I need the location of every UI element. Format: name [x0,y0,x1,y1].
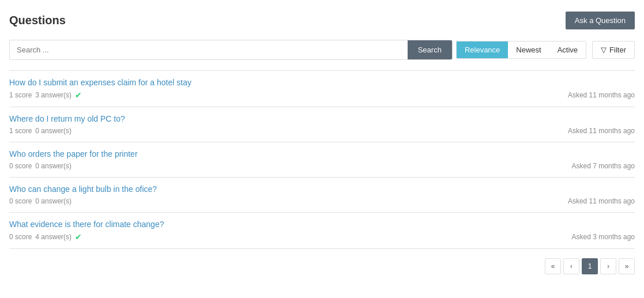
search-input[interactable] [10,40,408,59]
score-label: 0 score [9,197,32,205]
meta-left: 1 score 0 answer(s) [9,127,71,135]
last-page-button[interactable]: » [619,258,635,274]
search-wrapper: Search [9,40,453,60]
answers-label: 0 answer(s) [35,127,71,135]
search-button[interactable]: Search [408,40,452,59]
score-label: 1 score [9,127,32,135]
question-item: Where do I return my old PC to? 1 score … [9,107,635,142]
asked-date: Asked 7 months ago [572,162,635,170]
asked-date: Asked 11 months ago [568,197,635,205]
asked-date: Asked 3 months ago [572,233,635,241]
tab-active[interactable]: Active [549,42,586,58]
top-controls: Search Relevance Newest Active ▽ Filter [9,40,635,60]
prev-page-button[interactable]: ‹ [563,258,579,274]
tab-relevance[interactable]: Relevance [457,42,508,58]
answered-icon: ✔ [75,232,82,242]
question-title[interactable]: How do I submit an expenses claim for a … [9,78,191,87]
question-meta: 0 score 0 answer(s) Asked 7 months ago [9,162,635,170]
next-page-button[interactable]: › [600,258,616,274]
filter-button[interactable]: ▽ Filter [592,41,635,59]
question-item: What evidence is there for climate chang… [9,213,635,249]
question-title[interactable]: What evidence is there for climate chang… [9,220,164,229]
question-item: Who can change a light bulb in the ofice… [9,178,635,213]
filter-icon: ▽ [601,46,607,54]
question-meta: 1 score 0 answer(s) Asked 11 months ago [9,127,635,135]
page-title: Questions [9,14,66,27]
question-meta: 0 score 4 answer(s) ✔ Asked 3 months ago [9,232,635,242]
ask-question-button[interactable]: Ask a Question [566,12,635,29]
score-label: 0 score [9,162,32,170]
question-meta: 1 score 3 answer(s) ✔ Asked 11 months ag… [9,90,635,100]
answers-label: 4 answer(s) [35,233,71,241]
asked-date: Asked 11 months ago [568,127,635,135]
answers-label: 0 answer(s) [35,197,71,205]
question-item: How do I submit an expenses claim for a … [9,71,635,107]
sort-tabs: Relevance Newest Active [456,41,586,59]
tab-newest[interactable]: Newest [508,42,549,58]
asked-date: Asked 11 months ago [568,91,635,99]
question-item: Who orders the paper for the printer 0 s… [9,142,635,178]
question-meta: 0 score 0 answer(s) Asked 11 months ago [9,197,635,205]
score-label: 0 score [9,233,32,241]
question-title[interactable]: Who can change a light bulb in the ofice… [9,184,157,194]
answered-icon: ✔ [75,90,82,100]
meta-left: 0 score 0 answer(s) [9,197,71,205]
current-page-button[interactable]: 1 [582,258,598,274]
filter-label: Filter [609,46,626,54]
meta-left: 0 score 0 answer(s) [9,162,71,170]
meta-left: 1 score 3 answer(s) ✔ [9,90,82,100]
score-label: 1 score [9,91,32,99]
question-list: How do I submit an expenses claim for a … [9,70,635,249]
meta-left: 0 score 4 answer(s) ✔ [9,232,82,242]
question-title[interactable]: Where do I return my old PC to? [9,114,125,123]
question-title[interactable]: Who orders the paper for the printer [9,149,138,159]
answers-label: 3 answer(s) [35,91,71,99]
first-page-button[interactable]: « [545,258,561,274]
answers-label: 0 answer(s) [35,162,71,170]
pagination: « ‹ 1 › » [9,249,635,279]
